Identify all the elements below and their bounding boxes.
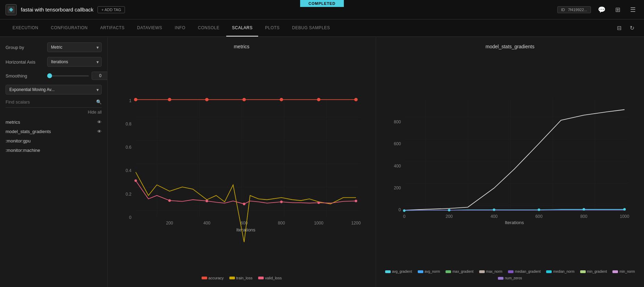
id-label: ID (561, 8, 565, 12)
y-label-06: 0.6 (126, 145, 132, 150)
scalar-item-gradients: model_stats_gradients 👁 (6, 127, 102, 136)
chat-icon-button[interactable]: 💬 (595, 5, 608, 15)
legend-avg-norm-label: avg_norm (425, 270, 440, 273)
charts-area: metrics 0 0.2 0.4 0.6 0.8 1 (108, 37, 644, 287)
search-icon[interactable]: 🔍 (96, 99, 102, 105)
grid-view-button[interactable]: ⊟ (614, 23, 624, 33)
tab-debug-samples[interactable]: DEBUG SAMPLES (287, 19, 336, 36)
legend-num-zeros: num_zeros (498, 276, 522, 280)
smoothing-row: Smoothing 0 (6, 72, 102, 80)
scalar-name-monitor-gpu: :monitor:gpu (6, 138, 31, 144)
legend-num-zeros-color (498, 277, 503, 280)
scalar-name-monitor-machine: :monitor:machine (6, 148, 40, 153)
layout-icon-button[interactable]: ⊞ (612, 5, 623, 15)
legend-avg-gradient-color (385, 270, 391, 273)
accuracy-dot-6 (317, 98, 321, 101)
legend-median-gradient-color (508, 270, 514, 273)
valid-dot-2 (168, 199, 171, 202)
x-label-1200: 1200 (351, 221, 361, 226)
legend-valid-loss: valid_loss (258, 276, 282, 280)
gradients-legend: avg_gradient avg_norm max_gradient max_n… (383, 270, 637, 280)
legend-avg-gradient-label: avg_gradient (392, 270, 412, 273)
menu-icon-button[interactable]: ☰ (627, 5, 638, 15)
legend-min-gradient-color (580, 270, 586, 273)
scalar-item-monitor-gpu: :monitor:gpu (6, 136, 102, 146)
horizontal-axis-row: Horizontal Axis Iterations Time Epochs (6, 57, 102, 67)
valid-dot-3 (205, 200, 208, 202)
gradients-chart-grid (404, 99, 629, 209)
tab-dataviews[interactable]: DATAVIEWS (132, 19, 168, 36)
scalar-name-metrics: metrics (6, 120, 20, 125)
valid-dot-6 (317, 202, 320, 204)
legend-min-norm-label: min_norm (619, 270, 635, 273)
nav-right-icons: ⊟ ↻ (614, 23, 637, 33)
search-input[interactable] (6, 99, 96, 105)
nav-tabs: EXECUTION CONFIGURATION ARTIFACTS DATAVI… (0, 19, 644, 37)
refresh-button[interactable]: ↻ (627, 23, 637, 33)
group-by-select[interactable]: Metric None (47, 42, 102, 52)
legend-min-gradient-label: min_gradient (587, 270, 607, 273)
legend-train-loss: train_loss (229, 276, 253, 280)
app-title: fastai with tensorboard callback (21, 7, 93, 13)
metrics-legend: accuracy train_loss valid_loss (115, 276, 369, 280)
visibility-icon-metrics[interactable]: 👁 (97, 120, 102, 125)
legend-avg-norm-color (418, 270, 423, 273)
visibility-icon-gradients[interactable]: 👁 (97, 129, 102, 134)
grad-y-0: 0 (398, 208, 401, 213)
gradients-chart-svg: 0 200 400 600 800 0 200 400 600 800 1000… (383, 53, 637, 268)
main-content: Group by Metric None Horizontal Axis Ite… (0, 37, 644, 287)
legend-train-loss-label: train_loss (236, 276, 253, 280)
legend-accuracy-color (202, 277, 207, 279)
smoothing-method-select[interactable]: Exponential Moving Av... No Smoothing (6, 85, 102, 95)
legend-max-gradient-label: max_gradient (452, 270, 474, 273)
status-badge: COMPLETED (300, 0, 344, 7)
legend-median-norm: median_norm (546, 270, 574, 273)
legend-accuracy: accuracy (202, 276, 224, 280)
legend-min-norm-color (612, 270, 618, 273)
grad-x-600: 600 (535, 214, 543, 219)
scalar-item-monitor-machine: :monitor:machine (6, 146, 102, 155)
legend-max-gradient: max_gradient (446, 270, 474, 273)
tab-artifacts[interactable]: ARTIFACTS (95, 19, 130, 36)
gradients-x-axis-title: Iterations (505, 220, 524, 225)
accuracy-dot-7 (354, 98, 358, 101)
horizontal-axis-label: Horizontal Axis (6, 59, 44, 65)
valid-dot-5 (280, 200, 282, 203)
y-label-1: 1 (129, 98, 132, 103)
legend-max-norm-color (479, 270, 485, 273)
avg-grad-dot-3 (493, 208, 495, 211)
legend-max-norm-label: max_norm (486, 270, 502, 273)
x-label-800: 800 (278, 221, 285, 226)
top-bar: fastai with tensorboard callback + ADD T… (0, 0, 644, 19)
grad-y-200: 200 (393, 186, 401, 190)
group-by-select-wrapper: Metric None (47, 42, 102, 52)
smoothing-slider[interactable] (47, 75, 89, 76)
legend-median-norm-label: median_norm (553, 270, 574, 273)
grad-x-1000: 1000 (620, 214, 629, 219)
exp-moving-avg-row: Exponential Moving Av... No Smoothing (6, 85, 102, 95)
horizontal-axis-select-wrapper: Iterations Time Epochs (47, 57, 102, 67)
tab-execution[interactable]: EXECUTION (7, 19, 44, 36)
id-value: 7f419922... (568, 8, 587, 12)
scalar-name-gradients: model_stats_gradients (6, 129, 51, 134)
horizontal-axis-select[interactable]: Iterations Time Epochs (47, 57, 102, 67)
grad-x-800: 800 (580, 214, 587, 219)
smoothing-value-input[interactable]: 0 (92, 72, 108, 80)
gradients-chart-title: model_stats_gradients (383, 44, 637, 49)
avg-grad-dot-2 (448, 209, 450, 211)
add-tag-button[interactable]: + ADD TAG (98, 6, 125, 13)
legend-max-norm: max_norm (479, 270, 502, 273)
y-label-0: 0 (129, 215, 132, 220)
tab-scalars[interactable]: SCALARS (226, 19, 258, 36)
hide-all-button[interactable]: Hide all (6, 110, 102, 115)
group-by-row: Group by Metric None (6, 42, 102, 52)
tab-console[interactable]: CONSOLE (192, 19, 225, 36)
tab-configuration[interactable]: CONFIGURATION (45, 19, 93, 36)
metrics-chart-svg: 0 0.2 0.4 0.6 0.8 1 200 400 600 800 1000… (115, 53, 369, 274)
slider-container: 0 (47, 72, 108, 80)
tab-plots[interactable]: PLOTS (260, 19, 285, 36)
grad-y-400: 400 (393, 164, 401, 169)
legend-median-gradient-label: median_gradient (515, 270, 541, 273)
tab-info[interactable]: INFO (169, 19, 191, 36)
top-bar-left: fastai with tensorboard callback + ADD T… (6, 4, 125, 15)
